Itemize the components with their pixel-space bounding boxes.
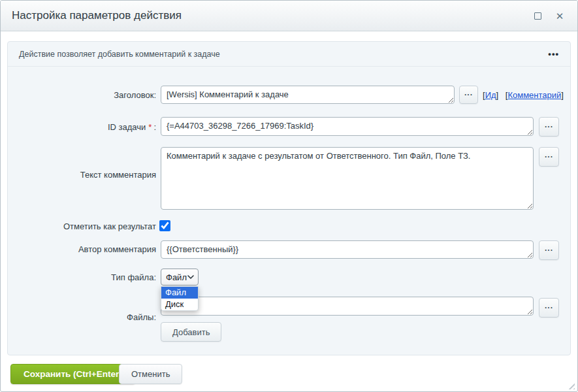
close-icon: ✕	[556, 11, 564, 21]
author-field-label: Автор комментария	[7, 244, 156, 255]
dialog-title: Настройка параметров действия	[12, 9, 182, 22]
window-controls: ✕	[532, 10, 566, 22]
title-more-button[interactable]: ...	[459, 86, 478, 104]
maximize-button[interactable]	[532, 10, 543, 22]
dropdown-option-file[interactable]: Файл	[161, 287, 198, 299]
required-mark: *	[148, 122, 152, 132]
task-id-input[interactable]: {=A44703_36298_7266_17969:TaskId}	[161, 117, 534, 136]
comment-field-label: Текст комментария	[7, 170, 156, 180]
ellipsis-menu-icon: •••	[548, 49, 559, 59]
title-bar: Настройка параметров действия ✕	[1, 1, 577, 31]
author-more-button[interactable]: ...	[539, 240, 559, 260]
dialog-window: Настройка параметров действия ✕ Действие…	[0, 0, 578, 392]
files-more-button[interactable]: ...	[539, 298, 559, 318]
title-links: [Ид] [Комментарий]	[483, 90, 564, 100]
add-file-button[interactable]: Добавить	[161, 322, 221, 342]
title-input[interactable]: [Wersis] Комментарий к задаче	[161, 86, 455, 104]
files-field-label: Файлы:	[7, 312, 156, 323]
action-description: Действие позволяет добавить комментарий …	[19, 50, 220, 59]
comment-more-button[interactable]: ...	[539, 147, 559, 167]
title-field-label: Заголовок:	[7, 90, 156, 101]
dropdown-option-disk[interactable]: Диск	[161, 299, 198, 310]
result-checkbox-label: Отметить как результат	[7, 221, 156, 232]
file-type-select-value: Файл	[166, 272, 187, 282]
action-description-row: Действие позволяет добавить комментарий …	[8, 42, 570, 67]
resize-grip[interactable]	[566, 381, 575, 389]
file-type-select[interactable]: Файл	[161, 269, 199, 286]
id-link[interactable]: Ид	[485, 90, 496, 100]
id-link-group: [Ид]	[483, 90, 498, 100]
comment-link-group: [Комментарий]	[506, 90, 564, 100]
task-id-more-button[interactable]: ...	[539, 117, 559, 137]
cancel-button[interactable]: Отменить	[119, 364, 182, 384]
comment-text-input[interactable]: Комментарий к задаче с результатом от От…	[161, 147, 534, 210]
author-input[interactable]: {{Ответственный}}	[161, 240, 534, 259]
file-type-dropdown: Файл Диск	[161, 286, 199, 311]
comment-link[interactable]: Комментарий	[507, 90, 561, 100]
task-id-field-label: ID задачи*:	[7, 122, 156, 133]
close-button[interactable]: ✕	[554, 10, 566, 22]
panel-menu-button[interactable]: •••	[548, 50, 559, 58]
save-button[interactable]: Сохранить (Ctrl+Enter)	[10, 364, 135, 384]
chevron-down-icon	[187, 275, 194, 279]
file-type-field-label: Тип файла:	[7, 272, 156, 283]
maximize-icon	[534, 12, 541, 20]
files-input[interactable]: {{ТЗ}}	[161, 297, 534, 316]
result-checkbox[interactable]	[159, 220, 170, 231]
